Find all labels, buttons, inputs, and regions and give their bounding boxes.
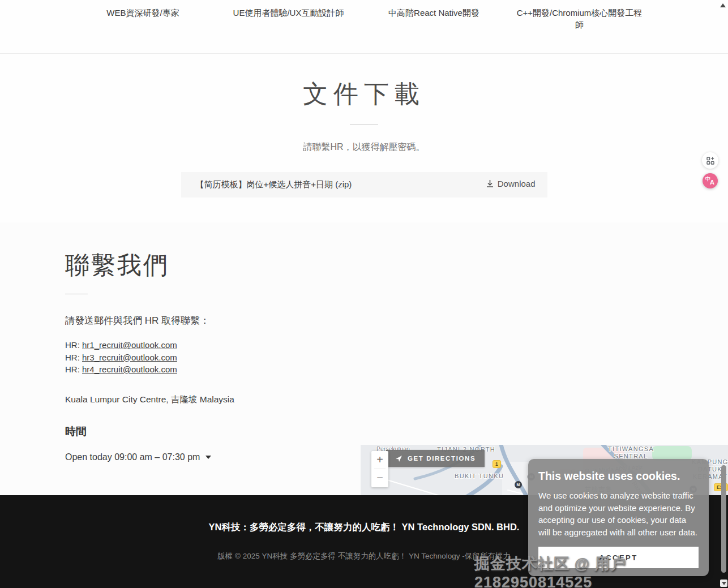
scrollbar-down-arrow[interactable] — [720, 580, 727, 587]
download-file-row: 【简历模板】岗位+候选人拼音+日期 (zip) Download — [181, 172, 547, 198]
nav-item-ux-designer[interactable]: UE使用者體驗/UX互動設計師 — [216, 7, 361, 31]
email-row: HR: hr4_recruit@outlook.com — [65, 363, 337, 376]
map-label: TITIWANGSA SENTRAL — [608, 445, 654, 460]
contact-email-list: HR: hr1_recruit@outlook.com HR: hr3_recr… — [65, 339, 337, 376]
map-label: BUKIT TUNKU — [455, 473, 504, 480]
email-label: HR: — [65, 340, 80, 350]
cookie-banner-message: We use cookies to analyze website traffi… — [538, 490, 699, 538]
zoom-out-button[interactable]: − — [371, 469, 388, 487]
cookie-banner-title: This website uses cookies. — [538, 470, 699, 483]
transit-station-icon: M — [515, 481, 522, 488]
section-divider — [65, 294, 88, 294]
widget-add-icon — [706, 157, 714, 165]
cookie-accept-button[interactable]: ACCEPT — [538, 547, 699, 568]
get-directions-label: GET DIRECTIONS — [408, 455, 476, 462]
download-button[interactable]: Download — [486, 179, 536, 188]
scrollbar-thumb[interactable] — [721, 465, 726, 573]
nav-item-react-native[interactable]: 中高階React Native開發 — [361, 7, 507, 31]
scrollbar-up-arrow[interactable] — [720, 3, 726, 7]
section-divider — [350, 125, 378, 125]
download-section-title: 文件下載 — [0, 78, 728, 111]
translate-button[interactable]: 中 A — [703, 173, 718, 188]
download-section: 文件下載 請聯繫HR，以獲得解壓密碼。 【简历模板】岗位+候选人拼音+日期 (z… — [0, 54, 728, 222]
get-directions-button[interactable]: GET DIRECTIONS — [386, 450, 485, 467]
navigation-arrow-icon — [395, 455, 402, 462]
hours-title: 時間 — [65, 424, 337, 439]
contact-address: Kuala Lumpur City Centre, 吉隆坡 Malaysia — [65, 394, 337, 406]
hours-dropdown-toggle[interactable]: Open today 09:00 am – 07:30 pm — [65, 452, 211, 462]
email-link-hr4[interactable]: hr4_recruit@outlook.com — [82, 364, 177, 374]
chevron-down-icon — [205, 456, 211, 459]
translate-icon: A — [710, 179, 714, 186]
nav-row: WEB資深研發/專家 UE使用者體驗/UX互動設計師 中高階React Nati… — [70, 7, 653, 31]
map-zoom-control: + − — [371, 451, 388, 487]
contact-title: 聯繫我們 — [65, 249, 337, 282]
email-row: HR: hr3_recruit@outlook.com — [65, 351, 337, 364]
road-shield: 1 — [493, 460, 501, 468]
top-nav: WEB資深研發/專家 UE使用者體驗/UX互動設計師 中高階React Nati… — [0, 0, 728, 54]
contact-section: 聯繫我們 請發送郵件與我們 HR 取得聯繫： HR: hr1_recruit@o… — [0, 222, 728, 495]
email-link-hr3[interactable]: hr3_recruit@outlook.com — [82, 353, 177, 362]
email-row: HR: hr1_recruit@outlook.com — [65, 339, 337, 351]
nav-item-web-dev[interactable]: WEB資深研發/專家 — [70, 7, 216, 31]
download-button-label: Download — [498, 179, 536, 188]
zoom-in-button[interactable]: + — [371, 451, 388, 469]
download-file-name: 【简历模板】岗位+候选人拼音+日期 (zip) — [196, 179, 352, 190]
widgets-button[interactable] — [702, 152, 718, 169]
nav-item-cpp-chromium[interactable]: C++開發/Chromium核心開發工程師 — [507, 7, 652, 31]
email-label: HR: — [65, 364, 80, 374]
hours-text: Open today 09:00 am – 07:30 pm — [65, 452, 200, 462]
cookie-banner: This website uses cookies. We use cookie… — [528, 459, 709, 576]
email-label: HR: — [65, 353, 80, 362]
download-note: 請聯繫HR，以獲得解壓密碼。 — [0, 141, 728, 153]
contact-column: 聯繫我們 請發送郵件與我們 HR 取得聯繫： HR: hr1_recruit@o… — [65, 222, 337, 462]
download-icon — [486, 180, 494, 188]
email-link-hr1[interactable]: hr1_recruit@outlook.com — [82, 340, 177, 350]
contact-intro: 請發送郵件與我們 HR 取得聯繫： — [65, 314, 337, 327]
